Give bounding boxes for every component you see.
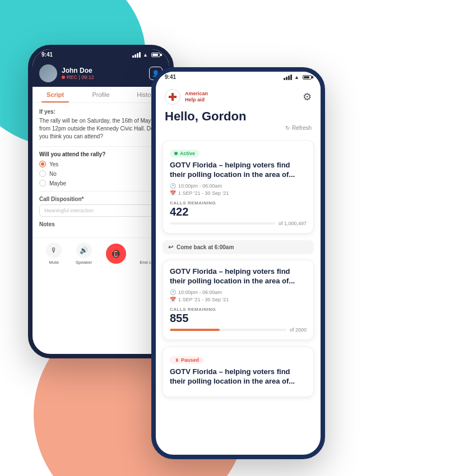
script-content: If yes: The rally will be on Saturday, t… — [33, 103, 169, 237]
campaigns-list: Active GOTV Florida – helping voters fin… — [156, 140, 321, 450]
org-row: American Help aid ⚙ — [165, 89, 312, 105]
tab-profile[interactable]: Profile — [78, 87, 123, 102]
org-name: American Help aid — [185, 91, 208, 103]
calls-remaining-label-1: CALLS REMAINING — [170, 200, 307, 206]
notes-label: Notes — [39, 221, 163, 227]
radio-no-circle[interactable] — [39, 170, 46, 177]
radio-yes-circle[interactable] — [39, 161, 46, 167]
phone-right: 9:41 ▲ — [151, 67, 325, 459]
org-info: American Help aid — [165, 89, 208, 105]
radio-maybe[interactable]: Maybe — [39, 180, 163, 186]
status-badge-paused: ⏸ Paused — [170, 356, 203, 364]
radio-no[interactable]: No — [39, 170, 163, 177]
status-bar-left: 9:41 ▲ — [33, 49, 169, 60]
pause-icon: ⏸ — [174, 358, 179, 363]
disposition-label: Call Disposition* — [39, 196, 163, 202]
tab-bar: Script Profile History — [33, 87, 169, 103]
wifi-icon: ▲ — [143, 52, 148, 58]
mute-icon: 🎙 — [46, 242, 62, 258]
wifi-icon-right: ▲ — [294, 74, 299, 80]
battery-icon-right — [303, 75, 312, 80]
time-left: 9:41 — [41, 52, 53, 58]
calls-remaining-number-1: 422 — [170, 206, 307, 218]
campaign-meta-time-1: 🕐 10:00pm - 06:00am — [170, 183, 307, 189]
end-call-button[interactable]: 📵 — [106, 244, 126, 264]
campaign-meta-date-2: 📅 1 SEP '21 - 30 Sep '21 — [170, 297, 307, 302]
progress-total-1: of 1,000,497 — [279, 221, 307, 226]
calendar-icon-1: 📅 — [170, 190, 176, 196]
caller-bar: John Doe REC | 09:12 👤 — [33, 60, 169, 87]
calendar-icon-2: 📅 — [170, 297, 176, 302]
campaign-card-1[interactable]: Active GOTV Florida – helping voters fin… — [163, 140, 314, 234]
campaign-title-2: GOTV Florida – helping voters find their… — [170, 267, 307, 286]
campaign-title-1: GOTV Florida – helping voters find their… — [170, 161, 307, 180]
campaign-title-3: GOTV Florida – helping voters find their… — [170, 367, 307, 386]
progress-bar-bg-1 — [170, 222, 275, 225]
progress-row-1: of 1,000,497 — [170, 221, 307, 226]
active-dot — [174, 152, 178, 155]
campaign-meta-date-1: 📅 1 SEP '21 - 30 Sep '21 — [170, 190, 307, 196]
red-cross-logo — [165, 89, 180, 105]
progress-bar-fill-2 — [170, 329, 220, 331]
status-badge-active: Active — [170, 150, 200, 157]
campaign-card-2[interactable]: GOTV Florida – helping voters find their… — [163, 260, 314, 340]
speaker-button[interactable]: 🔊 Speaker — [76, 242, 92, 265]
clock-icon-1: 🕐 — [170, 183, 176, 189]
script-text: The rally will be on Saturday, the 16th … — [39, 117, 163, 141]
tab-script[interactable]: Script — [33, 87, 78, 102]
right-header: American Help aid ⚙ Hello, Gordon ↻ Refr… — [156, 82, 321, 140]
status-icons-left: ▲ — [132, 52, 160, 58]
calls-remaining-number-2: 855 — [170, 312, 307, 325]
greeting: Hello, Gordon — [165, 109, 312, 124]
signal-icon — [132, 52, 141, 58]
avatar — [39, 64, 57, 82]
caller-name: John Doe — [62, 67, 145, 74]
time-right: 9:41 — [165, 74, 176, 80]
refresh-icon: ↻ — [285, 125, 290, 131]
progress-bar-bg-2 — [170, 329, 286, 331]
svg-rect-1 — [169, 96, 177, 98]
radio-yes[interactable]: Yes — [39, 161, 163, 167]
progress-row-2: of 2000 — [170, 327, 307, 333]
question-label: Will you attend the rally? — [39, 151, 163, 157]
comeback-icon: ↩ — [168, 244, 173, 251]
refresh-label: Refresh — [292, 125, 312, 131]
mute-button[interactable]: 🎙 Mute — [46, 242, 62, 265]
condition-label: If yes: — [39, 109, 163, 115]
progress-total-2: of 2000 — [290, 327, 307, 333]
clock-icon-2: 🕐 — [170, 290, 176, 295]
campaign-meta-time-2: 🕐 10:00pm - 06:00am — [170, 290, 307, 295]
refresh-row: ↻ Refresh — [165, 125, 312, 131]
battery-icon — [151, 53, 160, 57]
calls-remaining-label-2: CALLS REMAINING — [170, 307, 307, 312]
caller-info: John Doe REC | 09:12 — [62, 67, 145, 80]
call-controls: 🎙 Mute 🔊 Speaker 📵 End call — [33, 237, 169, 269]
radio-maybe-circle[interactable] — [39, 180, 46, 186]
disposition-input[interactable]: Meaningful interaction — [39, 204, 163, 217]
status-bar-right: 9:41 ▲ — [156, 72, 321, 82]
campaign-card-3[interactable]: ⏸ Paused GOTV Florida – helping voters f… — [163, 347, 314, 397]
status-icons-right: ▲ — [284, 74, 312, 80]
gear-icon[interactable]: ⚙ — [303, 91, 312, 103]
caller-status: REC | 09:12 — [62, 74, 145, 80]
rec-dot — [62, 76, 65, 79]
speaker-icon: 🔊 — [76, 242, 92, 258]
signal-icon-right — [284, 74, 292, 80]
comeback-banner: ↩ Come back at 6:00am — [163, 240, 314, 254]
